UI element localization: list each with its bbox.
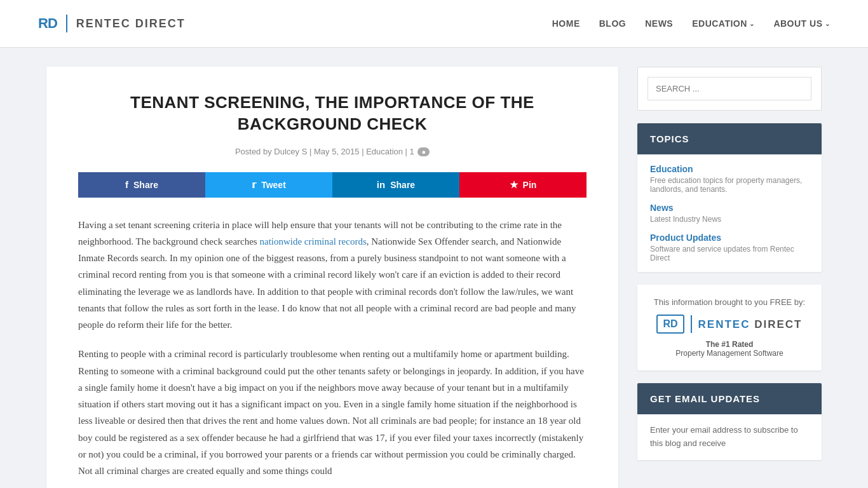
linkedin-label: Share <box>390 180 415 190</box>
comment-count[interactable]: 1 <box>410 147 414 156</box>
topics-header: TOPICS <box>637 123 822 154</box>
logo-rd-text: RD <box>38 15 57 32</box>
article-date: May 5, 2015 <box>314 147 360 156</box>
posted-by-label: Posted by <box>235 147 272 156</box>
topic-news-link[interactable]: News <box>650 203 674 213</box>
topic-education-desc: Free education topics for property manag… <box>650 176 809 194</box>
twitter-share-button[interactable]: 𝕣 Tweet <box>205 172 332 198</box>
sidebar: TOPICS Education Free education topics f… <box>637 67 822 488</box>
pinterest-share-button[interactable]: ★ Pin <box>459 172 587 198</box>
social-share-bar: f Share 𝕣 Tweet in Share ★ Pin <box>78 172 587 198</box>
meta-sep1: | <box>309 147 314 156</box>
nav-education[interactable]: EDUCATION ⌄ <box>692 18 754 29</box>
article-title: TENANT SCREENING, THE IMPORTANCE OF THE … <box>78 92 587 135</box>
topic-item-news: News Latest Industry News <box>650 203 809 224</box>
email-updates-body: Enter your email address to subscribe to… <box>637 414 822 460</box>
topic-education-link[interactable]: Education <box>650 164 693 174</box>
rentec-promo-text: This information brought to you FREE by: <box>650 297 809 307</box>
rentec-name-rentec: RENTEC <box>698 318 750 330</box>
article-meta: Posted by Dulcey S | May 5, 2015 | Educa… <box>78 147 587 156</box>
nav-about-label: ABOUT US <box>773 18 822 29</box>
rentec-rated: The #1 Rated <box>650 340 809 349</box>
rentec-pm: Property Management Software <box>650 349 809 358</box>
twitter-icon: 𝕣 <box>252 179 256 191</box>
topic-item-product-updates: Product Updates Software and service upd… <box>650 233 809 262</box>
comment-bubble: ● <box>417 147 430 156</box>
meta-sep3: | <box>405 147 410 156</box>
topic-product-updates-desc: Software and service updates from Rentec… <box>650 245 809 262</box>
logo-icon: RD <box>38 15 57 32</box>
topic-item-education: Education Free education topics for prop… <box>650 164 809 194</box>
facebook-label: Share <box>133 180 158 190</box>
site-header: RD RENTEC DIRECT HOME BLOG NEWS EDUCATIO… <box>0 0 868 48</box>
logo-direct: DIRECT <box>131 17 186 30</box>
topics-box: TOPICS Education Free education topics f… <box>637 123 822 272</box>
chevron-down-icon: ⌄ <box>749 20 755 27</box>
facebook-icon: f <box>125 179 128 190</box>
article-paragraph-1: Having a set tenant screening criteria i… <box>78 217 587 334</box>
nav-about-us[interactable]: ABOUT US ⌄ <box>773 18 830 29</box>
linkedin-icon: in <box>377 179 385 190</box>
topics-list: Education Free education topics for prop… <box>637 154 822 272</box>
rentec-promo-box: This information brought to you FREE by:… <box>637 285 822 370</box>
email-updates-box: GET EMAIL UPDATES Enter your email addre… <box>637 383 822 460</box>
linkedin-share-button[interactable]: in Share <box>332 172 459 198</box>
topic-product-updates-link[interactable]: Product Updates <box>650 233 721 243</box>
topic-news-desc: Latest Industry News <box>650 215 809 224</box>
facebook-share-button[interactable]: f Share <box>78 172 205 198</box>
chevron-down-icon-2: ⌄ <box>825 20 831 27</box>
logo[interactable]: RD RENTEC DIRECT <box>38 15 186 32</box>
rentec-badge-rd: RD <box>663 318 677 330</box>
nav-home[interactable]: HOME <box>552 15 580 32</box>
nav-education-label: EDUCATION <box>692 18 747 29</box>
article-paragraph-2: Renting to people with a criminal record… <box>78 346 587 479</box>
pinterest-icon: ★ <box>510 179 518 191</box>
search-input[interactable] <box>648 77 811 100</box>
twitter-label: Tweet <box>261 180 286 190</box>
logo-name: RENTEC DIRECT <box>76 17 186 30</box>
nav-news[interactable]: NEWS <box>645 15 673 32</box>
logo-rentec: RENTEC <box>76 17 131 30</box>
rentec-logo-separator <box>691 315 692 333</box>
logo-divider <box>66 15 67 32</box>
rentec-logo-badge: RD <box>656 315 684 334</box>
main-content: TENANT SCREENING, THE IMPORTANCE OF THE … <box>46 67 618 488</box>
article-category-link[interactable]: Education <box>366 147 403 156</box>
author-link[interactable]: Dulcey S <box>274 147 307 156</box>
rentec-name-direct: DIRECT <box>750 318 803 330</box>
email-updates-header: GET EMAIL UPDATES <box>637 383 822 414</box>
pinterest-label: Pin <box>523 180 537 190</box>
search-box <box>637 67 822 111</box>
article-body: Having a set tenant screening criteria i… <box>78 217 587 480</box>
page-container: TENANT SCREENING, THE IMPORTANCE OF THE … <box>34 48 834 488</box>
nav-blog[interactable]: BLOG <box>599 15 626 32</box>
nationwide-criminal-records-link[interactable]: nationwide criminal records <box>259 236 366 247</box>
main-nav: HOME BLOG NEWS EDUCATION ⌄ ABOUT US ⌄ <box>552 15 830 32</box>
rentec-promo-logo: RD RENTEC DIRECT <box>650 315 809 334</box>
rentec-name: RENTEC DIRECT <box>698 318 803 331</box>
